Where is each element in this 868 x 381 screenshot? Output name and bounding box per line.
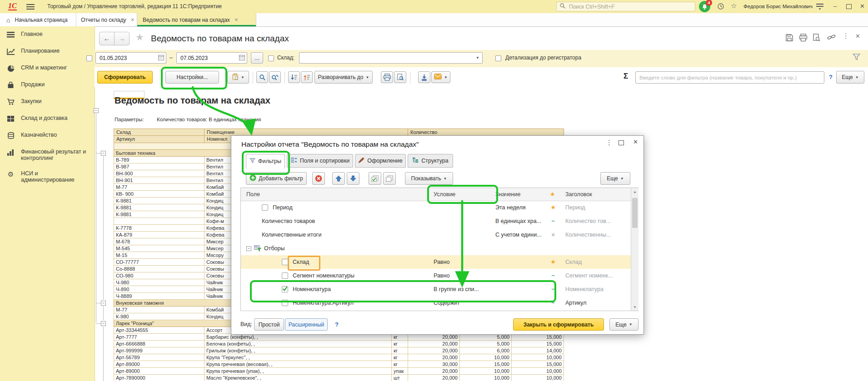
maximize-button[interactable] — [846, 4, 852, 10]
show-mark-icon: ★ — [546, 201, 560, 214]
notification-badge: 4 — [706, 0, 712, 6]
header-field: Поле — [246, 188, 260, 201]
row-checkbox[interactable] — [282, 259, 288, 265]
sidebar-item-planning[interactable]: Планирование — [0, 43, 95, 60]
collapse-icon[interactable]: − — [101, 151, 106, 156]
dialog-help-button[interactable]: ? — [335, 321, 339, 328]
quick-filter-field[interactable] — [635, 71, 824, 84]
collapse-icon[interactable]: − — [101, 321, 106, 326]
header-star-icon: ★ — [550, 188, 555, 201]
move-down-button[interactable] — [347, 172, 359, 185]
move-up-button[interactable] — [332, 172, 345, 185]
dialog-toolbar-more-button[interactable]: Еще▼ — [600, 172, 630, 185]
check-all-button[interactable] — [369, 172, 381, 185]
sidebar-item-purchases[interactable]: Закупки — [0, 94, 95, 110]
sidebar-item-crm[interactable]: CRM и маркетинг — [0, 60, 95, 77]
dialog-filter-row[interactable]: НоменклатураВ группе из спи...−Номенклат… — [241, 282, 631, 296]
dialog-close-icon[interactable]: ✕ — [633, 139, 638, 145]
dialog-filter-row[interactable]: −Отборы — [241, 242, 631, 255]
period-checkbox[interactable] — [86, 55, 92, 61]
quick-filter-input[interactable] — [639, 74, 821, 81]
history-icon[interactable] — [717, 3, 724, 11]
filter-value: С учетом едини... — [495, 228, 548, 242]
current-user[interactable]: Федоров Борис Михайлович — [743, 4, 813, 9]
dialog-tab-structure[interactable]: Структура — [408, 154, 453, 168]
column-header-warehouse: Склад — [114, 129, 205, 136]
sidebar-item-sales[interactable]: Продажи — [0, 77, 95, 94]
back-button[interactable]: ← — [99, 32, 115, 45]
dialog-filter-row[interactable]: ПериодЭта неделя★Период — [241, 201, 631, 214]
close-report-icon[interactable]: ✕ — [855, 33, 860, 40]
kebab-menu-icon[interactable]: ⋮ — [843, 32, 849, 40]
main-menu-icon[interactable] — [26, 4, 35, 10]
sidebar-item-admin[interactable]: ⚙НСИ и администрирование — [0, 166, 95, 188]
global-search-box[interactable] — [556, 2, 695, 11]
collapse-icon[interactable]: − — [246, 246, 251, 251]
close-window-button[interactable]: ✕ — [860, 3, 865, 10]
link-icon[interactable] — [827, 34, 836, 43]
show-dropdown-button[interactable]: Показывать▼ — [405, 172, 453, 185]
filter-field-label: Склад — [293, 259, 309, 265]
add-filter-button[interactable]: Добавить фильтр — [246, 172, 307, 185]
filter-caption: Количество тов... — [565, 214, 629, 228]
application-window: 1С Торговый дом / Управление торговлей, … — [0, 0, 868, 381]
collapse-icon[interactable]: − — [101, 301, 106, 306]
toolbar-more-button[interactable]: Еще▼ — [836, 71, 864, 84]
dialog-tab-fields-sorting[interactable]: Поля и сортировки — [287, 154, 353, 168]
view-advanced-button[interactable]: Расширенный — [285, 318, 328, 331]
planning-chart-icon — [6, 48, 15, 55]
1c-logo-icon: 1С — [8, 2, 17, 10]
remove-filter-button[interactable] — [312, 172, 325, 185]
print-icon[interactable] — [799, 34, 808, 43]
chevron-down-icon: ▼ — [629, 322, 633, 327]
dialog-kebab-icon[interactable]: ⋮ — [606, 139, 613, 147]
uncheck-all-button[interactable] — [383, 172, 396, 185]
sidebar-item-finance[interactable]: Финансовый результат и контроллинг — [0, 144, 95, 166]
help-button[interactable]: ? — [829, 74, 833, 80]
report-params-label: Параметры: — [115, 117, 144, 122]
service-menu-icon[interactable]: ▼ — [816, 4, 823, 10]
dialog-filter-row[interactable]: СкладРавно★Склад — [241, 255, 631, 269]
report-item-row: Арт-89000Крупа гречневая (упак), ,упак20… — [114, 368, 564, 375]
pie-chart-icon — [6, 64, 15, 72]
dialog-more-button[interactable]: Еще▼ — [609, 318, 639, 331]
tab-home[interactable]: ⌂ Начальная страница — [0, 13, 76, 26]
bar-chart-icon — [6, 148, 15, 156]
row-checkbox[interactable] — [282, 300, 288, 306]
sidebar-item-treasury[interactable]: Казначейство — [0, 127, 95, 144]
report-title: Ведомость по товарам на складах — [115, 95, 270, 106]
filter-caption: Артикул — [565, 296, 629, 310]
report-item-row: Арт-7777Барбарис (конфеты), ,кг20,0005,0… — [114, 334, 564, 341]
filter-condition: В группе из спи... — [434, 282, 495, 296]
preview-icon[interactable] — [813, 34, 820, 43]
save-icon[interactable] — [785, 34, 793, 43]
row-checkbox[interactable] — [282, 272, 288, 279]
cart-icon — [6, 98, 15, 106]
totals-sigma-icon[interactable]: Σ — [624, 72, 628, 81]
filter-condition: Равно — [434, 255, 495, 269]
filter-funnel-icon[interactable] — [853, 54, 860, 62]
filters-grid: Поле Условие Значение ★ Заголовок Период… — [240, 188, 639, 311]
scroll-up-icon[interactable]: ▲ — [631, 190, 639, 194]
dialog-maximize-icon[interactable] — [619, 140, 624, 147]
favorites-star-icon[interactable]: ☆ — [731, 2, 737, 10]
collapse-icon[interactable]: − — [94, 108, 99, 113]
show-mark-icon: − — [546, 269, 560, 282]
dialog-filter-row[interactable]: Количество товаровВ единицах хра...−Коли… — [241, 214, 631, 228]
scroll-down-icon[interactable]: ▼ — [631, 305, 639, 309]
dialog-filter-row[interactable]: Количественные итогиС учетом едини...✕Ко… — [241, 228, 631, 242]
global-search-input[interactable] — [568, 3, 692, 10]
sidebar-item-main[interactable]: Главное — [0, 26, 95, 43]
minimize-button[interactable]: – — [833, 3, 837, 10]
dialog-tab-appearance[interactable]: Оформление — [355, 154, 406, 168]
row-checkbox[interactable] — [262, 204, 268, 211]
row-checkbox[interactable] — [282, 286, 288, 292]
close-and-generate-button[interactable]: Закрыть и сформировать — [513, 318, 604, 331]
scroll-thumb[interactable] — [632, 198, 638, 228]
dialog-filter-row[interactable]: Сегмент номенклатурыРавно−Сегмент номенк… — [241, 269, 631, 282]
dialog-filter-row[interactable]: Номенклатура.АртикулСодержит−Артикул — [241, 296, 631, 310]
dialog-tab-filters[interactable]: Фильтры — [246, 154, 285, 168]
grid-scrollbar[interactable]: ▲ ▼ — [631, 188, 639, 311]
view-simple-button[interactable]: Простой — [254, 318, 284, 331]
sidebar-item-warehouse[interactable]: Склад и доставка — [0, 110, 95, 127]
